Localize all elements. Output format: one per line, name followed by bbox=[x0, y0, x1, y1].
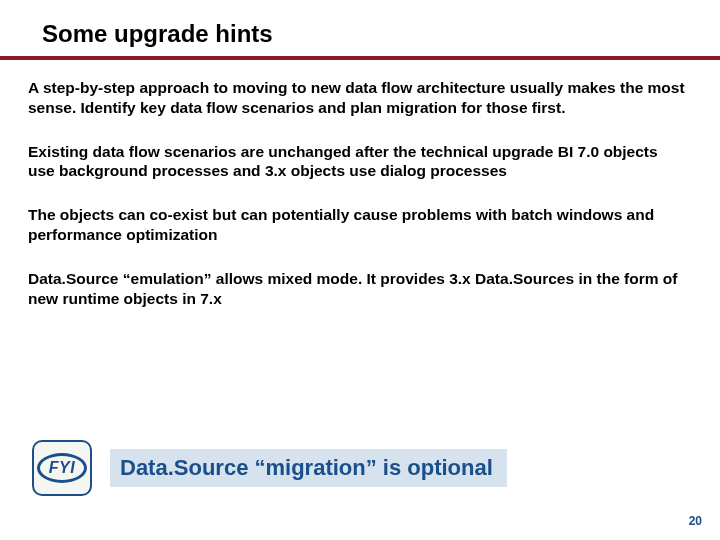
slide: Some upgrade hints A step-by-step approa… bbox=[0, 0, 720, 540]
callout-row: FYI Data.Source “migration” is optional bbox=[32, 440, 507, 496]
paragraph: A step-by-step approach to moving to new… bbox=[28, 78, 688, 118]
page-number: 20 bbox=[689, 514, 702, 528]
fyi-label: FYI bbox=[37, 453, 87, 483]
content-area: A step-by-step approach to moving to new… bbox=[28, 60, 692, 309]
slide-title: Some upgrade hints bbox=[28, 18, 692, 56]
paragraph: Data.Source “emulation” allows mixed mod… bbox=[28, 269, 688, 309]
fyi-badge-icon: FYI bbox=[32, 440, 92, 496]
paragraph: The objects can co-exist but can potenti… bbox=[28, 205, 688, 245]
paragraph: Existing data flow scenarios are unchang… bbox=[28, 142, 688, 182]
callout-text: Data.Source “migration” is optional bbox=[110, 449, 507, 487]
